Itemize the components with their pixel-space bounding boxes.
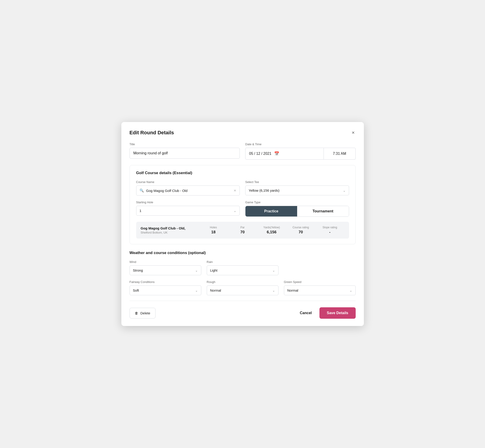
clear-icon[interactable]: ✕ <box>234 189 236 192</box>
course-info-location: Shelford Bottom, UK <box>141 231 199 234</box>
course-rating-label: Course rating <box>286 226 315 229</box>
cancel-button[interactable]: Cancel <box>298 308 314 318</box>
wind-field: Wind Strong ⌄ <box>129 260 201 275</box>
fairway-value: Soft <box>133 288 139 292</box>
chevron-down-icon-rain: ⌄ <box>272 269 275 272</box>
chevron-down-icon-green: ⌄ <box>349 289 352 292</box>
weather-section: Weather and course conditions (optional)… <box>129 251 356 295</box>
title-input[interactable] <box>129 148 240 159</box>
fairway-label: Fairway Conditions <box>129 280 201 284</box>
par-label: Par <box>228 226 257 229</box>
chevron-down-icon-hole: ⌄ <box>234 209 236 213</box>
holes-label: Holes <box>199 226 228 229</box>
datetime-label: Date & Time <box>245 143 356 146</box>
fairway-dropdown[interactable]: Soft ⌄ <box>129 286 201 295</box>
trash-icon: 🗑 <box>135 311 138 315</box>
datetime-field-group: Date & Time 05 / 12 / 2021 📅 7:31 AM <box>245 143 356 160</box>
rain-value: Light <box>210 268 218 272</box>
green-speed-field: Green Speed Normal ⌄ <box>284 280 356 295</box>
title-label: Title <box>129 143 240 146</box>
golf-course-section: Golf Course details (Essential) Course N… <box>129 165 356 244</box>
chevron-down-icon-wind: ⌄ <box>195 269 198 272</box>
green-speed-value: Normal <box>287 288 298 292</box>
game-type-toggle: Practice Tournament <box>245 206 349 217</box>
chevron-down-icon-rough: ⌄ <box>272 289 275 292</box>
starting-hole-value: 1 <box>140 209 141 213</box>
par-stat: Par 70 <box>228 226 257 234</box>
game-type-field: Game Type Practice Tournament <box>245 200 349 217</box>
select-tee-field: Select Tee Yellow (6,156 yards) ⌄ <box>245 180 349 196</box>
chevron-down-icon-fairway: ⌄ <box>195 289 198 292</box>
rough-value: Normal <box>210 288 221 292</box>
save-button[interactable]: Save Details <box>319 307 356 319</box>
rough-label: Rough <box>207 280 278 284</box>
slope-rating-value: - <box>315 230 345 234</box>
practice-toggle-button[interactable]: Practice <box>245 206 297 216</box>
slope-rating-label: Slope rating <box>315 226 345 229</box>
delete-button[interactable]: 🗑 Delete <box>129 308 155 319</box>
game-type-label: Game Type <box>245 200 349 204</box>
edit-round-modal: Edit Round Details × Title Date & Time 0… <box>121 122 364 326</box>
delete-label: Delete <box>140 311 150 315</box>
holes-stat: Holes 18 <box>199 226 228 234</box>
starting-hole-dropdown[interactable]: 1 ⌄ <box>136 206 240 216</box>
rain-label: Rain <box>207 260 278 264</box>
course-name-input[interactable]: 🔍 Gog Magog Golf Club - Old ✕ <box>136 185 240 196</box>
green-speed-label: Green Speed <box>284 280 356 284</box>
yards-label: Yards(Yellow) <box>257 226 286 229</box>
rough-dropdown[interactable]: Normal ⌄ <box>207 286 278 295</box>
select-tee-label: Select Tee <box>245 180 349 184</box>
rain-field: Rain Light ⌄ <box>207 260 278 275</box>
modal-header: Edit Round Details × <box>129 129 356 136</box>
wind-value: Strong <box>133 268 143 272</box>
conditions-row: Fairway Conditions Soft ⌄ Rough Normal ⌄… <box>129 280 356 295</box>
chevron-down-icon: ⌄ <box>343 189 346 192</box>
date-value: 05 / 12 / 2021 <box>249 152 271 156</box>
starting-hole-field: Starting Hole 1 ⌄ <box>136 200 240 217</box>
holes-value: 18 <box>199 230 228 234</box>
tournament-toggle-button[interactable]: Tournament <box>297 206 349 216</box>
wind-rain-row: Wind Strong ⌄ Rain Light ⌄ <box>129 260 356 275</box>
calendar-icon: 📅 <box>274 151 279 156</box>
time-input[interactable]: 7:31 AM <box>324 148 356 160</box>
footer-right: Cancel Save Details <box>298 307 356 319</box>
wind-dropdown[interactable]: Strong ⌄ <box>129 265 201 275</box>
fairway-field: Fairway Conditions Soft ⌄ <box>129 280 201 295</box>
select-tee-value: Yellow (6,156 yards) <box>249 189 279 192</box>
course-rating-stat: Course rating 70 <box>286 226 315 234</box>
select-tee-dropdown[interactable]: Yellow (6,156 yards) ⌄ <box>245 185 349 195</box>
top-row: Title Date & Time 05 / 12 / 2021 📅 7:31 … <box>129 143 356 160</box>
green-speed-dropdown[interactable]: Normal ⌄ <box>284 286 356 295</box>
close-button[interactable]: × <box>351 129 356 136</box>
wind-label: Wind <box>129 260 201 264</box>
par-value: 70 <box>228 230 257 234</box>
footer-row: 🗑 Delete Cancel Save Details <box>129 307 356 319</box>
rain-dropdown[interactable]: Light ⌄ <box>207 265 278 275</box>
weather-section-title: Weather and course conditions (optional) <box>129 251 356 255</box>
search-icon: 🔍 <box>140 189 144 192</box>
yards-stat: Yards(Yellow) 6,156 <box>257 226 286 234</box>
course-info-name: Gog Magog Golf Club - Old, <box>141 226 199 230</box>
course-name-label: Course Name <box>136 180 240 184</box>
course-info-row: Gog Magog Golf Club - Old, Shelford Bott… <box>136 222 349 239</box>
course-tee-row: Course Name 🔍 Gog Magog Golf Club - Old … <box>136 180 349 196</box>
time-value: 7:31 AM <box>333 152 346 156</box>
datetime-fields: 05 / 12 / 2021 📅 7:31 AM <box>245 148 356 160</box>
rough-field: Rough Normal ⌄ <box>207 280 278 295</box>
slope-rating-stat: Slope rating - <box>315 226 345 234</box>
title-field-group: Title <box>129 143 240 160</box>
course-name-value: Gog Magog Golf Club - Old <box>146 189 232 192</box>
yards-value: 6,156 <box>257 230 286 234</box>
footer-divider <box>129 301 356 301</box>
golf-course-title: Golf Course details (Essential) <box>136 171 349 175</box>
course-name-field: Course Name 🔍 Gog Magog Golf Club - Old … <box>136 180 240 196</box>
course-rating-value: 70 <box>286 230 315 234</box>
course-name-block: Gog Magog Golf Club - Old, Shelford Bott… <box>141 226 199 234</box>
hole-gametype-row: Starting Hole 1 ⌄ Game Type Practice Tou… <box>136 200 349 217</box>
date-input[interactable]: 05 / 12 / 2021 📅 <box>245 148 324 160</box>
starting-hole-label: Starting Hole <box>136 200 240 204</box>
modal-title: Edit Round Details <box>129 130 174 136</box>
